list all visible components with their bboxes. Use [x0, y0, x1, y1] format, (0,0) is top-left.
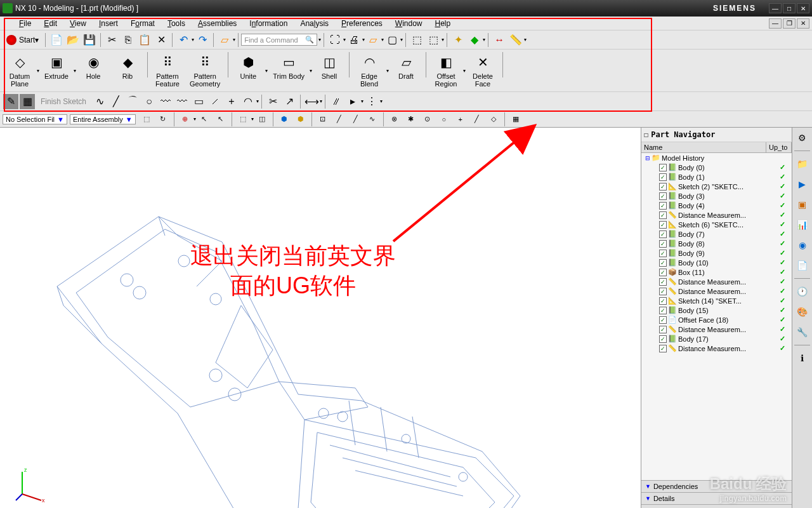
info-icon[interactable]: ℹ — [795, 351, 810, 366]
tree-item[interactable]: ✓📦Box (11)✓ — [641, 267, 792, 277]
style-icon[interactable]: ▢ — [384, 32, 400, 48]
tree-item[interactable]: ✓📗Body (0)✓ — [641, 163, 792, 172]
wcs-icon[interactable]: ⬚ — [409, 32, 424, 48]
layers-icon[interactable]: ▱ — [217, 32, 232, 48]
line-icon[interactable]: ╱ — [108, 94, 124, 109]
extend-icon[interactable]: ↗ — [282, 94, 297, 109]
box-icon[interactable]: ⬚ — [426, 32, 441, 48]
close-button[interactable]: ✕ — [797, 3, 809, 13]
web-icon[interactable]: ◉ — [795, 237, 810, 253]
minimize-button[interactable]: — — [769, 3, 782, 13]
ribbon-pattern[interactable]: ⠿PatternGeometry — [186, 52, 224, 89]
details-panel[interactable]: ▼Details — [641, 492, 792, 504]
trim-icon[interactable]: ✂ — [265, 94, 280, 109]
menu-edit[interactable]: Edit — [37, 18, 63, 29]
menu-file[interactable]: File — [13, 18, 37, 29]
ribbon-shell[interactable]: ◫Shell — [313, 52, 345, 81]
doc-icon[interactable]: 📄 — [795, 258, 810, 273]
select-icon[interactable]: ◆ — [467, 32, 482, 48]
ribbon-offset[interactable]: ◧OffsetRegion — [430, 52, 462, 89]
menu-insert[interactable]: Insert — [93, 18, 124, 29]
ruler-icon[interactable]: 📏 — [508, 32, 523, 48]
tree-item[interactable]: ✓📏Distance Measurem...✓ — [641, 286, 792, 296]
ribbon-delete[interactable]: ✕DeleteFace — [467, 52, 499, 89]
tree-item[interactable]: ✓📐Sketch (14) "SKET...✓ — [641, 296, 792, 305]
assembly-combo[interactable]: Entire Assembly▼ — [70, 114, 136, 124]
doc-restore-button[interactable]: ❐ — [783, 18, 796, 29]
chart-icon[interactable]: 📊 — [795, 217, 810, 232]
sketch2-icon[interactable]: ▦ — [20, 94, 35, 109]
tree-item[interactable]: ✓📄Offset Face (18)✓ — [641, 315, 792, 324]
settings-icon[interactable]: ⚙ — [795, 130, 810, 145]
finish-sketch-button[interactable]: Finish Sketch — [36, 96, 91, 107]
menu-view[interactable]: View — [63, 18, 93, 29]
plus-icon[interactable]: + — [224, 94, 239, 109]
tree-item[interactable]: ✓📗Body (7)✓ — [641, 229, 792, 239]
save-icon[interactable]: 💾 — [82, 32, 97, 48]
command-search-input[interactable]: Find a Command 🔍 — [241, 34, 317, 46]
doc-minimize-button[interactable]: — — [769, 18, 782, 29]
undo-icon[interactable]: ↶ — [176, 32, 191, 48]
snap9-icon[interactable]: + — [453, 112, 468, 127]
sel9-icon[interactable]: ⬢ — [293, 112, 308, 127]
rect-icon[interactable]: ▭ — [191, 94, 206, 109]
spline-icon[interactable]: 〰 — [158, 94, 173, 109]
grid-icon[interactable]: ▦ — [508, 112, 523, 127]
menu-analysis[interactable]: Analysis — [294, 18, 335, 29]
dim-icon[interactable]: ⟷ — [304, 94, 319, 109]
tree-item[interactable]: ✓📐Sketch (2) "SKETC...✓ — [641, 182, 792, 191]
open-icon[interactable]: 📂 — [65, 32, 81, 48]
menu-window[interactable]: Window — [389, 18, 429, 29]
ribbon-rib[interactable]: ◆Rib — [112, 52, 143, 81]
circle-icon[interactable]: ○ — [141, 94, 157, 109]
arc-icon[interactable]: ⌒ — [125, 94, 140, 109]
new-icon[interactable]: 📄 — [49, 32, 64, 48]
snap8-icon[interactable]: ○ — [436, 112, 452, 127]
tree-item[interactable]: ✓📗Body (8)✓ — [641, 239, 792, 248]
dependencies-panel[interactable]: ▼Dependencies — [641, 480, 792, 492]
constr-icon[interactable]: ⫽ — [329, 94, 344, 109]
palette-icon[interactable]: 🎨 — [795, 304, 810, 319]
nav-icon[interactable]: 📁 — [795, 156, 810, 171]
roles-icon[interactable]: ▣ — [795, 197, 810, 212]
preview-panel[interactable]: ▼Preview — [641, 504, 792, 508]
tree-item[interactable]: ✓📏Distance Measurem...✓ — [641, 324, 792, 334]
tree-item[interactable]: ✓📏Distance Measurem...✓ — [641, 277, 792, 286]
menu-assemblies[interactable]: Assemblies — [192, 18, 243, 29]
delete-icon[interactable]: ✕ — [154, 32, 169, 48]
column-header[interactable]: Name Up_to — [641, 142, 792, 153]
sel4-icon[interactable]: ↖ — [197, 112, 212, 127]
snap2-icon[interactable]: ╱ — [332, 112, 347, 127]
tree-item[interactable]: ✓📗Body (10)✓ — [641, 258, 792, 267]
ribbon-pattern[interactable]: ⠿PatternFeature — [152, 52, 183, 89]
snap4-icon[interactable]: ∿ — [365, 112, 380, 127]
sel5-icon[interactable]: ↖ — [213, 112, 228, 127]
menu-format[interactable]: Format — [124, 18, 161, 29]
sel6-icon[interactable]: ⬚ — [235, 112, 251, 127]
tree-item[interactable]: ✓📗Body (4)✓ — [641, 201, 792, 210]
shade-icon[interactable]: ▱ — [365, 32, 381, 48]
menu-information[interactable]: Information — [243, 18, 294, 29]
view-icon[interactable]: 🖨 — [346, 32, 362, 48]
redo-icon[interactable]: ↷ — [195, 32, 210, 48]
ribbon-unite[interactable]: ⬢Unite — [232, 52, 264, 81]
snap5-icon[interactable]: ⊗ — [387, 112, 402, 127]
menu-help[interactable]: Help — [429, 18, 457, 29]
clock-icon[interactable]: 🕐 — [795, 284, 810, 299]
ribbon-extrude[interactable]: ▣Extrude — [41, 52, 72, 81]
spline2-icon[interactable]: 〰 — [174, 94, 190, 109]
tree-item[interactable]: ✓📗Body (3)✓ — [641, 191, 792, 201]
ribbon-edge[interactable]: ◠EdgeBlend — [353, 52, 385, 89]
tree-item[interactable]: ✓📗Body (9)✓ — [641, 248, 792, 258]
menu-tools[interactable]: Tools — [161, 18, 192, 29]
snap7-icon[interactable]: ⊙ — [420, 112, 435, 127]
tree-item[interactable]: ✓📐Sketch (6) "SKETC...✓ — [641, 220, 792, 229]
maximize-button[interactable]: □ — [783, 3, 796, 13]
selection-filter-combo[interactable]: No Selection Fil▼ — [3, 114, 67, 124]
ribbon-trim-body[interactable]: ▭Trim Body — [269, 52, 308, 81]
snap6-icon[interactable]: ✱ — [403, 112, 419, 127]
tree-item[interactable]: ✓📏Distance Measurem...✓ — [641, 210, 792, 220]
sketch-icon[interactable]: ✎ — [3, 94, 18, 109]
start-button[interactable]: Start ▾ — [3, 34, 43, 46]
tree-item[interactable]: ✓📗Body (15)✓ — [641, 305, 792, 315]
